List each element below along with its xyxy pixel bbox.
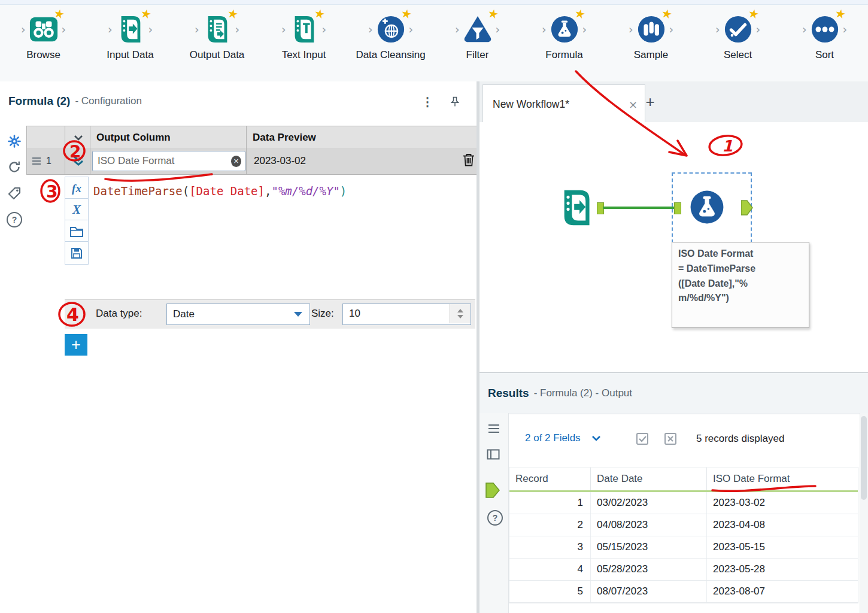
chevron-right-icon: › (843, 24, 848, 35)
cell-date-date: 03/02/2023 (591, 492, 707, 514)
pin-icon[interactable] (449, 96, 461, 110)
tool-input-data[interactable]: › ★ › Input Data (87, 14, 174, 61)
tool-output-data[interactable]: › ★ › Ou (174, 14, 260, 61)
trash-icon (462, 153, 475, 167)
table-row[interactable]: 1 03/02/2023 2023-03-02 (509, 492, 858, 514)
select-all-cells-button[interactable] (636, 432, 650, 448)
chevron-left-icon: › (715, 24, 720, 35)
dropdown-caret-icon (294, 312, 302, 317)
clear-input-icon[interactable]: × (231, 156, 241, 167)
tool-palette: › (0, 0, 868, 82)
expression-paren-open: ( (183, 184, 189, 198)
data-type-label: Data type: (96, 308, 142, 320)
red-step-number-3: 3 (46, 182, 57, 202)
cell-iso-date: 2023-08-07 (707, 581, 858, 602)
column-header-date-date[interactable]: Date Date (591, 468, 707, 490)
add-column-button[interactable]: + (65, 334, 87, 356)
help-glyph: ? (487, 510, 503, 526)
fx-icon: fx (72, 182, 81, 195)
chevron-left-icon: › (195, 24, 199, 35)
favorite-star-icon: ★ (399, 5, 413, 22)
formula-tool-input-anchor[interactable] (674, 202, 681, 214)
chevron-left-icon: › (108, 24, 113, 35)
delete-row-button[interactable] (462, 153, 475, 169)
functions-button[interactable]: fx (65, 177, 89, 200)
row-number: 1 (46, 156, 51, 166)
data-preview-value: 2023-03-02 (254, 155, 306, 167)
tool-label: Text Input (282, 49, 326, 61)
cell-iso-date: 2023-05-15 (707, 536, 858, 558)
stepper-down-icon[interactable] (457, 315, 463, 318)
tool-label: Output Data (190, 49, 245, 61)
help-icon[interactable]: ? (6, 211, 23, 228)
expression-string: "%m/%d/%Y" (271, 184, 339, 198)
expression-editor[interactable]: DateTimeParse([Date Date],"%m/%d/%Y") (93, 183, 465, 199)
settings-gear-icon[interactable] (6, 133, 23, 150)
collapse-all-chevron[interactable] (65, 126, 92, 150)
chevron-right-icon: › (148, 24, 153, 35)
cell-record: 3 (509, 536, 591, 558)
gear-glyph (7, 134, 22, 148)
tool-sort[interactable]: › ★ › Sort (781, 14, 868, 61)
help-glyph: ? (7, 212, 22, 227)
row-expander[interactable] (65, 148, 92, 175)
open-expression-button[interactable] (65, 220, 89, 243)
checkbox-icon (636, 432, 650, 445)
column-header-record[interactable]: Record (509, 468, 591, 490)
deselect-cells-button[interactable] (664, 432, 678, 448)
tool-label: Browse (26, 49, 60, 61)
canvas-input-data-tool[interactable] (557, 188, 596, 227)
expression-paren-close: ) (340, 184, 347, 198)
size-stepper[interactable] (450, 304, 471, 323)
expression-comma: , (265, 184, 271, 198)
results-scrollbar-thumb[interactable] (861, 416, 867, 500)
cell-date-date: 04/08/2023 (591, 514, 707, 536)
table-row[interactable]: 2 04/08/2023 2023-04-08 (509, 514, 858, 536)
results-menu-button[interactable] (488, 424, 500, 436)
tool-browse[interactable]: › (0, 14, 87, 61)
variables-button[interactable]: X (65, 198, 89, 221)
column-header-output-column: Output Column (90, 126, 254, 150)
drag-handle-icon[interactable] (32, 157, 41, 165)
tag-icon[interactable] (6, 185, 23, 202)
refresh-icon[interactable] (6, 159, 23, 175)
output-column-input[interactable] (96, 154, 231, 168)
save-expression-button[interactable] (65, 241, 89, 265)
canvas-formula-tool[interactable] (688, 189, 726, 226)
tool-data-cleansing[interactable]: › ★ › Data Cleansing (347, 14, 434, 61)
tool-filter[interactable]: › ★ › Filter (434, 14, 521, 61)
cell-record: 4 (509, 559, 591, 580)
data-type-dropdown[interactable]: Date (166, 304, 310, 325)
configuration-header: Formula (2) - Configuration (0, 81, 485, 121)
formula-tool-output-anchor[interactable] (741, 200, 753, 216)
tool-text-input[interactable]: › ★ › Text Input (260, 14, 347, 61)
table-row[interactable]: 4 05/28/2023 2023-05-28 (509, 559, 858, 581)
results-table: Record Date Date ISO Date Format 1 03/02… (509, 467, 858, 603)
table-row[interactable]: 5 08/07/2023 2023-08-07 (509, 581, 858, 603)
metadata-icon (487, 449, 500, 460)
stepper-up-icon[interactable] (457, 309, 463, 312)
chevron-left-icon: › (368, 24, 373, 35)
kebab-menu-icon[interactable]: ⋮ (421, 95, 433, 109)
results-help-button[interactable]: ? (487, 510, 503, 526)
column-header-iso-date-format[interactable]: ISO Date Format (707, 468, 858, 490)
tool-sample[interactable]: › ★ › Sample (608, 14, 694, 61)
cell-date-date: 08/07/2023 (591, 581, 707, 602)
tool-select[interactable]: › ★ › Select (694, 14, 781, 61)
refresh-glyph (7, 160, 22, 174)
size-input[interactable] (343, 304, 446, 323)
table-row[interactable]: 3 05/15/2023 2023-05-15 (509, 536, 858, 559)
new-tab-button[interactable]: + (638, 90, 662, 114)
favorite-star-icon: ★ (746, 5, 760, 22)
chevron-left-icon: › (281, 24, 286, 35)
output-anchor-button[interactable] (485, 482, 500, 500)
fields-selector[interactable]: 2 of 2 Fields (525, 432, 601, 444)
tool-list: › (0, 14, 868, 61)
tool-formula[interactable]: › ★ › Formula (521, 14, 608, 61)
configuration-subtitle: - Configuration (75, 95, 142, 107)
favorite-star-icon: ★ (312, 5, 326, 22)
close-tab-icon[interactable]: × (629, 98, 638, 111)
workflow-tab[interactable]: New Workflow1* × (482, 84, 645, 123)
tool-annotation-box[interactable]: ISO Date Format = DateTimeParse ([Date D… (672, 242, 809, 328)
metadata-toggle-button[interactable] (487, 449, 500, 462)
